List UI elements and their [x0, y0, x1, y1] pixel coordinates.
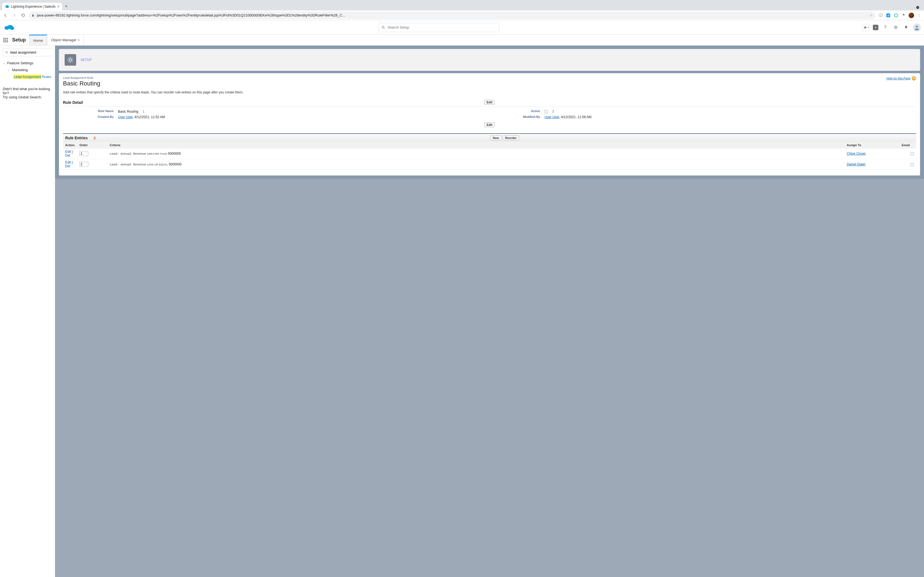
header-icon-group: ★▾ + ? ⚙	[863, 24, 921, 31]
detail-eyebrow: Lead Assignment Rule	[63, 76, 100, 79]
email-checkbox	[911, 152, 914, 156]
salesforce-header: ★▾ + ? ⚙	[0, 20, 924, 35]
setup-gear-icon[interactable]: ⚙	[892, 24, 899, 31]
new-entry-button[interactable]: New	[490, 135, 502, 140]
rule-entries-heading: Rule Entries	[65, 136, 88, 140]
close-tab-icon[interactable]: ×	[57, 5, 60, 9]
modified-by-value: User User, 4/12/2021, 11:56 AM	[544, 115, 916, 119]
col-email: Email	[900, 142, 916, 148]
reload-button[interactable]	[20, 12, 26, 19]
rule-detail-fields: Rule Name Basic Routing 1 Active 3 Creat…	[63, 106, 916, 119]
kebab-menu-icon[interactable]: ⋮	[916, 13, 922, 18]
browser-address-bar: java-power-66192.lightning.force.com/lig…	[0, 10, 924, 20]
svg-point-8	[10, 27, 14, 30]
created-by-value: User User, 4/12/2021, 11:52 AM	[118, 115, 489, 119]
modified-by-user-link[interactable]: User User	[544, 115, 559, 119]
row-del-link[interactable]: Del	[65, 153, 70, 158]
rule-name-value: Basic Routing 1	[118, 110, 489, 113]
sidebar-quick-find[interactable]	[3, 48, 52, 56]
edit-button-bottom[interactable]: Edit	[484, 122, 495, 127]
col-assign: Assign To	[845, 142, 900, 148]
toolbar-extensions: ⓘ ⋮	[878, 13, 922, 18]
info-icon[interactable]: ⓘ	[878, 13, 883, 18]
email-checkbox	[911, 163, 914, 166]
app-launcher-icon[interactable]	[0, 35, 11, 45]
detail-description: Add rule entries that specify the criter…	[63, 90, 916, 94]
sidebar-no-results: Didn't find what you're looking for? Try…	[3, 87, 52, 99]
back-button[interactable]	[2, 12, 9, 19]
setup-gear-tile-icon	[65, 54, 76, 66]
tree-node-feature-settings[interactable]: ⌄Feature Settings	[3, 60, 52, 66]
notifications-icon[interactable]	[903, 24, 910, 31]
url-field[interactable]: java-power-66192.lightning.force.com/lig…	[29, 11, 876, 19]
detail-title: Basic Routing	[63, 80, 100, 87]
detail-card: Lead Assignment Rule Basic Routing Help …	[59, 73, 920, 176]
created-by-label: Created By	[63, 115, 118, 119]
search-icon	[5, 51, 8, 54]
new-tab-button[interactable]: +	[62, 2, 70, 10]
help-icon[interactable]: ?	[882, 24, 889, 31]
created-by-user-link[interactable]: User User	[118, 115, 132, 119]
content-area: SETUP Lead Assignment Rule Basic Routing…	[55, 46, 924, 577]
help-for-page-link[interactable]: Help for this Page ?	[887, 76, 916, 81]
rule-name-label: Rule Name	[63, 110, 118, 113]
browser-tab[interactable]: Lightning Experience | Salesfo ×	[2, 3, 62, 10]
annotation-1: 1	[139, 110, 144, 113]
annotation-2: 2	[89, 136, 96, 140]
row-del-link[interactable]: Del	[65, 164, 70, 168]
svg-point-0	[5, 5, 9, 8]
assignee-link[interactable]: Daniel Dialer	[847, 163, 866, 166]
chevron-down-icon: ▾	[78, 39, 79, 42]
caret-down-icon: ⌄	[3, 61, 6, 64]
salesforce-logo[interactable]	[3, 23, 15, 32]
row-edit-link[interactable]: Edit	[65, 150, 71, 153]
favorites-icon[interactable]: ★▾	[863, 24, 869, 31]
user-avatar[interactable]	[913, 24, 921, 31]
entry-row: Edit | Del Lead: Annual Revenue GREATER …	[63, 148, 916, 159]
extension-icon-2[interactable]	[893, 13, 899, 18]
setup-sidebar: ⌄Feature Settings ⌄Marketing Lead Assign…	[0, 46, 55, 577]
assignee-link[interactable]: Chloe Closer	[847, 152, 866, 156]
global-search[interactable]	[378, 23, 499, 32]
window-minimize-icon[interactable]	[914, 5, 922, 10]
extension-icon-1[interactable]	[885, 13, 891, 18]
caret-down-icon: ⌄	[8, 68, 11, 71]
edit-button-top[interactable]: Edit	[484, 100, 495, 105]
global-search-input[interactable]	[388, 25, 496, 29]
tab-object-manager[interactable]: Object Manager ▾	[47, 35, 84, 45]
search-icon	[381, 26, 385, 29]
modified-by-label: Modified By	[489, 115, 544, 119]
page-header: SETUP	[59, 49, 920, 71]
url-text: java-power-66192.lightning.force.com/lig…	[37, 13, 345, 17]
annotation-3: 3	[549, 110, 554, 113]
rule-detail-heading: Rule Detail	[63, 100, 83, 105]
browser-tab-strip: Lightning Experience | Salesfo × +	[0, 0, 924, 10]
global-actions-icon[interactable]: +	[873, 25, 878, 30]
tree-node-marketing[interactable]: ⌄Marketing	[3, 66, 52, 73]
active-checkbox	[544, 110, 548, 113]
forward-button	[11, 12, 18, 19]
star-icon[interactable]: ☆	[869, 13, 873, 17]
svg-point-12	[6, 52, 7, 53]
svg-point-11	[916, 26, 918, 28]
extensions-menu-icon[interactable]	[901, 13, 906, 18]
order-input[interactable]	[79, 162, 88, 167]
svg-point-13	[69, 59, 72, 61]
tree-node-lead-assignment-rules[interactable]: Lead Assignment Rules	[3, 73, 52, 80]
rule-entries-table: Action Order Criteria Assign To Email Ed…	[63, 142, 916, 170]
svg-rect-4	[886, 13, 890, 17]
svg-point-5	[894, 14, 898, 17]
active-value: 3	[544, 110, 916, 113]
rule-entries-bar: Rule Entries 2 New Reorder	[63, 133, 916, 142]
app-name-label: Setup	[11, 35, 29, 45]
tab-home[interactable]: Home	[29, 35, 47, 45]
profile-avatar[interactable]	[909, 13, 914, 18]
sidebar-tree: ⌄Feature Settings ⌄Marketing Lead Assign…	[3, 60, 52, 80]
quick-find-input[interactable]	[10, 50, 57, 55]
active-label: Active	[489, 110, 544, 113]
app-nav-bar: Setup Home Object Manager ▾	[0, 35, 924, 46]
reorder-button[interactable]: Reorder	[503, 135, 519, 140]
order-input[interactable]	[79, 151, 88, 156]
salesforce-favicon	[5, 5, 9, 9]
row-edit-link[interactable]: Edit	[65, 160, 71, 164]
